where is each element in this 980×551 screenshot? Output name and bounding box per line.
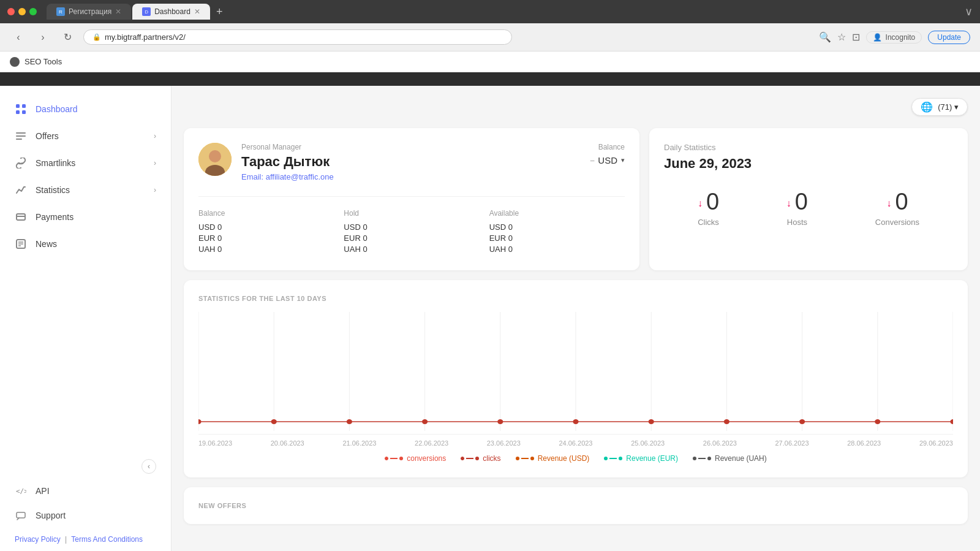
- legend-conversions-line: [390, 458, 398, 459]
- offers-chevron-icon: ›: [154, 132, 156, 140]
- sidebar-item-news[interactable]: News: [0, 230, 171, 257]
- manager-name: Тарас Дытюк: [241, 154, 581, 170]
- sidebar-item-smartlinks[interactable]: Smartlinks ›: [0, 150, 171, 177]
- manager-header: Personal Manager Тарас Дытюк Email: affi…: [198, 143, 625, 181]
- hold-label: Hold: [344, 209, 479, 218]
- stat-conversions-row: ↓ 0: [875, 189, 919, 218]
- new-offers-title: NEW OFFERS: [198, 502, 953, 509]
- minimize-button[interactable]: [18, 8, 26, 15]
- legend-conversions[interactable]: conversions: [385, 454, 446, 463]
- legend-revenue-uah-label: Revenue (UAH): [715, 454, 767, 463]
- title-bar: R Регистрация ✕ D Dashboard ✕ + ∨: [0, 0, 980, 23]
- daily-stats-card: Daily Statistics June 29, 2023 ↓ 0 Click…: [649, 128, 968, 270]
- manager-email: Email: affiliate@traffic.one: [241, 172, 581, 181]
- chart-card: STATISTICS FOR THE LAST 10 DAYS: [184, 280, 968, 477]
- conversions-arrow-icon: ↓: [886, 198, 891, 209]
- window-more-button[interactable]: ∨: [965, 5, 973, 18]
- legend-revenue-eur-line: [609, 458, 617, 459]
- manager-avatar: [198, 143, 232, 176]
- sidebar-label-statistics: Statistics: [36, 185, 145, 195]
- legend-revenue-usd[interactable]: Revenue (USD): [516, 454, 590, 463]
- bookmark-icon[interactable]: ☆: [837, 31, 846, 43]
- tab-bar: R Регистрация ✕ D Dashboard ✕ +: [47, 4, 960, 20]
- forward-button[interactable]: ›: [34, 29, 51, 46]
- svg-rect-3: [22, 110, 26, 114]
- extension-icon[interactable]: ⊡: [852, 31, 860, 43]
- legend-conversions-label: conversions: [407, 454, 446, 463]
- svg-point-28: [347, 419, 352, 424]
- currency-toggle[interactable]: 🌐 (71) ▾: [911, 98, 968, 116]
- sidebar-item-statistics[interactable]: Statistics ›: [0, 177, 171, 203]
- seo-bar: SEO Tools: [0, 51, 980, 72]
- chart-title: STATISTICS FOR THE LAST 10 DAYS: [198, 295, 953, 302]
- legend-revenue-uah[interactable]: Revenue (UAH): [693, 454, 767, 463]
- address-bar[interactable]: 🔒 my.bigtraff.partners/v2/: [83, 29, 512, 45]
- new-tab-button[interactable]: +: [211, 4, 228, 20]
- sidebar-label-payments: Payments: [36, 212, 156, 222]
- balance-currency-toggle[interactable]: – USD ▾: [590, 155, 625, 165]
- tab-close-dashboard[interactable]: ✕: [194, 7, 200, 16]
- payments-icon: [15, 211, 27, 223]
- balance-col-balance: Balance USD 0 EUR 0 UAH 0: [198, 209, 334, 256]
- svg-rect-0: [16, 104, 20, 108]
- seo-bar-label: SEO Tools: [24, 57, 62, 66]
- svg-point-34: [799, 419, 805, 424]
- available-uah: UAH 0: [489, 245, 625, 254]
- svg-point-31: [573, 419, 578, 424]
- terms-link[interactable]: Terms And Conditions: [71, 535, 143, 544]
- clicks-value: 0: [706, 189, 719, 215]
- maximize-button[interactable]: [29, 8, 37, 15]
- sidebar-label-dashboard: Dashboard: [36, 104, 156, 114]
- legend-revenue-eur-label: Revenue (EUR): [626, 454, 678, 463]
- chart-area: [198, 312, 953, 435]
- sidebar-item-dashboard[interactable]: Dashboard: [0, 96, 171, 123]
- incognito-avatar: 👤: [873, 33, 882, 42]
- daily-stats-date: June 29, 2023: [664, 156, 953, 172]
- api-label: API: [36, 486, 50, 496]
- sidebar-item-api[interactable]: </> API: [0, 479, 171, 503]
- currency-chevron-icon: ▾: [621, 156, 625, 164]
- reload-button[interactable]: ↻: [59, 29, 76, 46]
- tab-dashboard[interactable]: D Dashboard ✕: [132, 4, 210, 20]
- conversions-value: 0: [895, 189, 908, 215]
- legend-clicks-dot: [461, 457, 464, 460]
- daily-stats-title: Daily Statistics: [664, 143, 953, 152]
- sidebar-collapse-section: ‹: [0, 454, 171, 479]
- close-button[interactable]: [7, 8, 15, 15]
- sidebar-label-offers: Offers: [36, 131, 145, 141]
- legend-revenue-eur[interactable]: Revenue (EUR): [604, 454, 678, 463]
- tab-close-registration[interactable]: ✕: [115, 7, 121, 16]
- new-offers-section: NEW OFFERS: [184, 487, 968, 524]
- privacy-policy-link[interactable]: Privacy Policy: [15, 535, 61, 544]
- main-content: 🌐 (71) ▾: [172, 86, 980, 551]
- support-icon: [15, 509, 27, 522]
- sidebar: Dashboard Offers › Smartlin: [0, 86, 172, 551]
- incognito-label: Incognito: [886, 33, 916, 42]
- chart-svg: [198, 312, 953, 434]
- balance-col-hold: Hold USD 0 EUR 0 UAH 0: [344, 209, 479, 256]
- balance-section: Balance – USD ▾: [590, 143, 625, 165]
- svg-point-36: [950, 419, 953, 424]
- incognito-badge[interactable]: 👤 Incognito: [866, 31, 922, 44]
- legend-clicks-dot2: [475, 457, 479, 460]
- legend-revenue-eur-dot: [604, 457, 608, 460]
- legend-clicks[interactable]: clicks: [461, 454, 500, 463]
- hold-uah: UAH 0: [344, 245, 479, 254]
- sidebar-item-support[interactable]: Support: [0, 503, 171, 528]
- svg-rect-2: [16, 110, 20, 114]
- update-button[interactable]: Update: [928, 31, 970, 44]
- sidebar-collapse-button[interactable]: ‹: [141, 459, 156, 474]
- legend-conversions-dot: [385, 457, 388, 460]
- available-label: Available: [489, 209, 625, 218]
- svg-point-30: [497, 419, 503, 424]
- sidebar-links: Privacy Policy | Terms And Conditions: [0, 528, 171, 551]
- sidebar-item-payments[interactable]: Payments: [0, 203, 171, 230]
- balance-col-label: Balance: [198, 209, 334, 218]
- balance-usd: USD 0: [198, 222, 334, 232]
- back-button[interactable]: ‹: [10, 29, 27, 46]
- smartlinks-icon: [15, 157, 27, 169]
- search-icon[interactable]: 🔍: [819, 31, 831, 43]
- chart-date-6: 25.06.2023: [631, 439, 665, 447]
- tab-registration[interactable]: R Регистрация ✕: [47, 4, 131, 20]
- sidebar-item-offers[interactable]: Offers ›: [0, 123, 171, 150]
